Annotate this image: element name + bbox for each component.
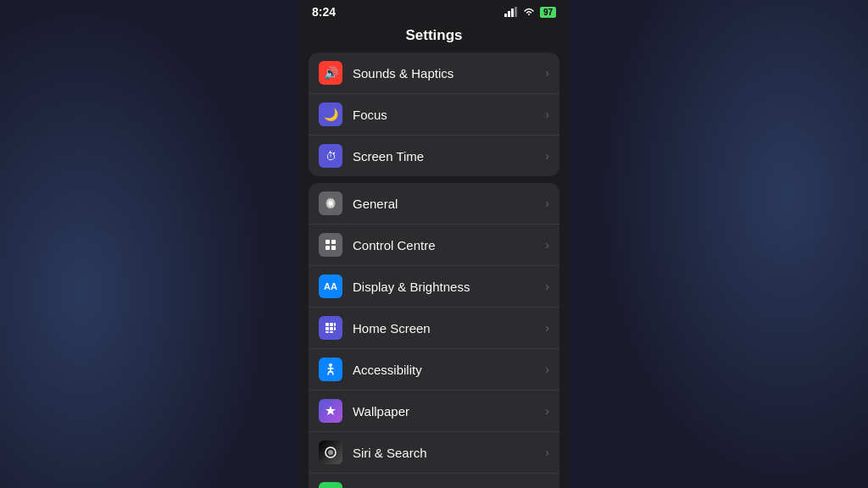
svg-rect-13 bbox=[330, 327, 333, 330]
screentime-chevron: › bbox=[545, 149, 549, 163]
settings-item-wallpaper[interactable]: Wallpaper › bbox=[309, 391, 559, 432]
screentime-icon: ⏱ bbox=[319, 144, 342, 168]
svg-rect-2 bbox=[511, 8, 514, 17]
siri-label: Siri & Search bbox=[353, 446, 542, 460]
general-label: General bbox=[353, 197, 542, 211]
svg-rect-16 bbox=[330, 331, 333, 333]
svg-rect-3 bbox=[515, 7, 517, 17]
homescreen-glyph bbox=[324, 321, 337, 335]
controlcentre-glyph bbox=[324, 238, 337, 252]
svg-rect-11 bbox=[334, 323, 336, 326]
display-chevron: › bbox=[545, 280, 549, 293]
svg-rect-10 bbox=[330, 323, 333, 326]
settings-header: Settings bbox=[298, 22, 570, 53]
svg-rect-6 bbox=[331, 240, 336, 244]
settings-item-siri[interactable]: Siri & Search › bbox=[309, 432, 559, 474]
page-title: Settings bbox=[405, 27, 462, 43]
svg-point-19 bbox=[328, 450, 333, 455]
wallpaper-label: Wallpaper bbox=[353, 404, 542, 419]
wifi-icon bbox=[522, 7, 536, 17]
svg-rect-12 bbox=[326, 327, 329, 330]
settings-group-1: 🔊 Sounds & Haptics › 🌙 Focus › ⏱ Screen … bbox=[309, 53, 559, 176]
settings-content: 🔊 Sounds & Haptics › 🌙 Focus › ⏱ Screen … bbox=[298, 53, 570, 488]
settings-item-display[interactable]: AA Display & Brightness › bbox=[309, 266, 559, 308]
homescreen-icon bbox=[319, 316, 342, 340]
accessibility-label: Accessibility bbox=[353, 363, 542, 377]
phone-screen: 8:24 97 Settings bbox=[298, 0, 570, 488]
svg-rect-9 bbox=[326, 323, 329, 326]
display-icon: AA bbox=[319, 274, 342, 298]
controlcentre-icon bbox=[319, 233, 342, 257]
wallpaper-icon bbox=[319, 399, 342, 423]
battery-icon: 97 bbox=[540, 7, 556, 18]
focus-icon: 🌙 bbox=[319, 103, 342, 126]
settings-item-focus[interactable]: 🌙 Focus › bbox=[309, 94, 559, 136]
settings-item-controlcentre[interactable]: Control Centre › bbox=[309, 225, 559, 266]
settings-item-faceid[interactable]: Face ID & Passcode › bbox=[309, 474, 559, 488]
settings-group-2: General › Control Centre › AA bbox=[309, 183, 559, 488]
status-icons: 97 bbox=[504, 7, 556, 18]
status-bar: 8:24 97 bbox=[298, 0, 570, 22]
status-time: 8:24 bbox=[312, 5, 336, 19]
svg-rect-14 bbox=[334, 327, 336, 330]
gear-icon bbox=[324, 197, 337, 210]
faceid-icon bbox=[319, 482, 342, 488]
accessibility-chevron: › bbox=[545, 363, 549, 376]
siri-glyph bbox=[324, 446, 337, 459]
settings-item-accessibility[interactable]: Accessibility › bbox=[309, 349, 559, 391]
svg-rect-5 bbox=[326, 240, 330, 244]
focus-label: Focus bbox=[353, 108, 542, 122]
battery-percent: 97 bbox=[543, 8, 553, 17]
svg-rect-0 bbox=[504, 14, 507, 17]
controlcentre-label: Control Centre bbox=[353, 238, 542, 252]
bg-right bbox=[597, 0, 868, 488]
accessibility-glyph bbox=[324, 363, 337, 376]
display-label: Display & Brightness bbox=[353, 280, 542, 294]
focus-chevron: › bbox=[545, 108, 549, 121]
svg-point-17 bbox=[329, 363, 332, 367]
siri-icon bbox=[319, 441, 342, 464]
general-chevron: › bbox=[545, 197, 549, 210]
controlcentre-chevron: › bbox=[545, 238, 549, 252]
homescreen-label: Home Screen bbox=[353, 321, 542, 336]
sounds-label: Sounds & Haptics bbox=[353, 66, 542, 80]
svg-rect-15 bbox=[326, 331, 329, 333]
wallpaper-chevron: › bbox=[545, 404, 549, 418]
settings-item-sounds[interactable]: 🔊 Sounds & Haptics › bbox=[309, 53, 559, 94]
svg-rect-1 bbox=[508, 11, 510, 17]
sounds-icon: 🔊 bbox=[319, 61, 342, 85]
wallpaper-glyph bbox=[324, 404, 337, 418]
settings-item-homescreen[interactable]: Home Screen › bbox=[309, 308, 559, 349]
screentime-label: Screen Time bbox=[353, 149, 542, 164]
sounds-chevron: › bbox=[545, 66, 549, 80]
settings-item-general[interactable]: General › bbox=[309, 183, 559, 225]
svg-rect-7 bbox=[326, 246, 330, 250]
general-icon bbox=[319, 191, 342, 215]
settings-item-screentime[interactable]: ⏱ Screen Time › bbox=[309, 136, 559, 176]
accessibility-icon bbox=[319, 358, 342, 381]
siri-chevron: › bbox=[545, 446, 549, 459]
homescreen-chevron: › bbox=[545, 321, 549, 335]
signal-icon bbox=[504, 7, 518, 17]
svg-rect-8 bbox=[331, 246, 336, 250]
bg-left bbox=[0, 0, 271, 488]
